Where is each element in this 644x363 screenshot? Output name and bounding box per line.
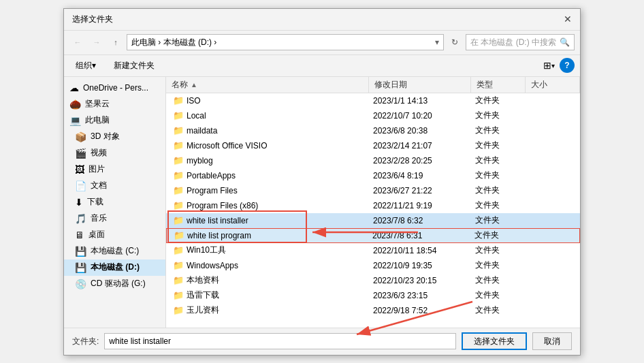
cancel-button[interactable]: 取消	[532, 332, 572, 350]
folder-icon: 📁	[173, 290, 184, 300]
onedrive-icon: ☁	[69, 82, 79, 93]
file-date-cell: 2023/7/8 6:31	[367, 231, 469, 240]
file-type-cell: 文件夹	[470, 200, 524, 211]
file-name: Win10工具	[187, 244, 226, 256]
new-folder-button[interactable]: 新建文件夹	[108, 57, 161, 74]
sidebar-item-thispc[interactable]: 💻 此电脑	[64, 112, 165, 129]
up-button[interactable]: ↑	[108, 34, 124, 50]
toolbar: 组织▾ 新建文件夹 ⊞ ▾ ?	[64, 55, 580, 77]
col-header-name[interactable]: 名称 ▲	[166, 77, 369, 93]
file-name: Program Files (x86)	[187, 201, 258, 210]
sidebar-item-disk-c[interactable]: 💾 本地磁盘 (C:)	[64, 243, 165, 259]
file-list: 📁ISO2023/1/1 14:13文件夹📁Local2022/10/7 10:…	[166, 93, 580, 328]
sidebar-item-music[interactable]: 🎵 音乐	[64, 210, 165, 227]
file-date-cell: 2023/6/4 8:19	[368, 171, 470, 180]
table-row[interactable]: 📁Local2022/10/7 10:20文件夹	[166, 108, 580, 123]
organize-button[interactable]: 组织▾	[69, 57, 102, 74]
file-name: Local	[187, 111, 206, 121]
col-type-label: 类型	[477, 79, 493, 91]
download-icon: ⬇	[75, 197, 83, 208]
thispc-icon: 💻	[69, 115, 81, 126]
address-input[interactable]: 此电脑 › 本地磁盘 (D:) › ▾	[127, 34, 444, 50]
search-box[interactable]: 在 本地磁盘 (D:) 中搜索 🔍	[466, 34, 575, 50]
sidebar-label-jianguoyun: 坚果云	[85, 98, 160, 110]
table-row[interactable]: 📁Program Files2023/6/27 21:22文件夹	[166, 183, 580, 198]
file-type-cell: 文件夹	[470, 289, 524, 301]
sidebar-item-onedrive[interactable]: ☁ OneDrive - Pers...	[64, 80, 165, 96]
file-name: maildata	[187, 126, 217, 136]
file-name-cell: 📁myblog	[167, 155, 368, 165]
new-folder-label: 新建文件夹	[114, 60, 155, 72]
table-row[interactable]: 📁PortableApps2023/6/4 8:19文件夹	[166, 168, 580, 183]
back-button[interactable]: ←	[69, 34, 86, 50]
3d-icon: 📦	[75, 131, 86, 142]
folder-icon: 📁	[173, 185, 184, 195]
file-name: Program Files	[187, 186, 238, 195]
table-row[interactable]: 📁Program Files (x86)2022/11/21 9:19文件夹	[166, 198, 580, 213]
sidebar-item-3d[interactable]: 📦 3D 对象	[64, 129, 165, 145]
disk-g-icon: 💿	[75, 279, 86, 289]
col-header-type[interactable]: 类型	[471, 77, 526, 93]
sidebar-item-disk-g[interactable]: 💿 CD 驱动器 (G:)	[64, 276, 165, 292]
table-row[interactable]: 📁ISO2023/1/1 14:13文件夹	[166, 93, 580, 108]
folder-label: 文件夹:	[72, 336, 99, 347]
sidebar-item-download[interactable]: ⬇ 下载	[64, 194, 165, 210]
table-row[interactable]: 📁white list installer2023/7/8 6:32文件夹	[166, 213, 580, 228]
dialog: 选择文件夹 ✕ ← → ↑ 此电脑 › 本地磁盘 (D:) › ▾ ↻ 在 本地…	[63, 8, 581, 356]
sidebar-label-desktop: 桌面	[88, 229, 160, 240]
refresh-button[interactable]: ↻	[447, 34, 463, 50]
document-icon: 📄	[75, 180, 86, 191]
table-row[interactable]: 📁玉儿资料2022/9/18 7:52文件夹	[166, 303, 580, 318]
file-type-cell: 文件夹	[470, 215, 524, 226]
help-button[interactable]: ?	[560, 58, 575, 73]
table-row[interactable]: 📁white list program2023/7/8 6:31文件夹	[166, 228, 580, 243]
title-bar: 选择文件夹 ✕	[64, 9, 580, 31]
close-button[interactable]: ✕	[561, 12, 575, 26]
file-name: ISO	[187, 96, 201, 106]
col-header-date[interactable]: 修改日期	[369, 77, 471, 93]
file-type-cell: 文件夹	[470, 274, 524, 286]
view-button[interactable]: ⊞ ▾	[541, 57, 557, 74]
file-date-cell: 2022/10/9 19:35	[368, 261, 470, 270]
music-icon: 🎵	[75, 213, 86, 224]
col-header-size[interactable]: 大小	[526, 77, 580, 93]
toolbar-right: ⊞ ▾ ?	[541, 57, 575, 74]
table-row[interactable]: 📁Microsoft Office VISIO2023/2/14 21:07文件…	[166, 138, 580, 153]
sidebar: ☁ OneDrive - Pers... 🌰 坚果云 💻 此电脑 📦 3D 对象…	[64, 77, 166, 328]
file-date-cell: 2023/1/1 14:13	[368, 96, 470, 106]
file-type-cell: 文件夹	[470, 155, 524, 166]
view-icon: ⊞	[543, 60, 551, 71]
file-date-cell: 2023/7/8 6:32	[368, 216, 470, 225]
sidebar-item-video[interactable]: 🎬 视频	[64, 145, 165, 161]
file-type-cell: 文件夹	[470, 125, 524, 136]
folder-icon: 📁	[174, 230, 184, 240]
folder-input[interactable]	[104, 333, 456, 349]
table-row[interactable]: 📁本地资料2022/10/23 20:15文件夹	[166, 273, 580, 288]
col-name-label: 名称	[172, 79, 188, 91]
file-name: 本地资料	[187, 274, 219, 286]
file-name: myblog	[187, 156, 213, 165]
file-type-cell: 文件夹	[470, 140, 524, 151]
select-folder-button[interactable]: 选择文件夹	[462, 332, 527, 350]
search-icon[interactable]: 🔍	[560, 37, 570, 47]
file-name-cell: 📁玉儿资料	[167, 304, 368, 316]
folder-icon: 📁	[173, 245, 184, 255]
table-row[interactable]: 📁WindowsApps2022/10/9 19:35文件夹	[166, 258, 580, 273]
file-name: 玉儿资料	[187, 304, 219, 316]
table-row[interactable]: 📁Win10工具2022/10/11 18:54文件夹	[166, 243, 580, 258]
folder-icon: 📁	[173, 170, 184, 180]
sidebar-item-disk-d[interactable]: 💾 本地磁盘 (D:)	[64, 259, 165, 276]
forward-button[interactable]: →	[88, 34, 105, 50]
file-name: WindowsApps	[187, 261, 238, 270]
table-row[interactable]: 📁maildata2023/6/8 20:38文件夹	[166, 123, 580, 138]
sidebar-item-jianguoyun[interactable]: 🌰 坚果云	[64, 96, 165, 112]
sidebar-label-download: 下载	[87, 196, 160, 208]
sidebar-item-desktop[interactable]: 🖥 桌面	[64, 227, 165, 243]
file-date-cell: 2022/10/7 10:20	[368, 111, 470, 121]
table-row[interactable]: 📁myblog2023/2/28 20:25文件夹	[166, 153, 580, 168]
sidebar-item-document[interactable]: 📄 文档	[64, 178, 165, 194]
table-row[interactable]: 📁迅雷下载2023/6/3 23:15文件夹	[166, 288, 580, 303]
file-type-cell: 文件夹	[470, 95, 524, 106]
sidebar-item-picture[interactable]: 🖼 图片	[64, 161, 165, 178]
file-list-header: 名称 ▲ 修改日期 类型 大小	[166, 77, 580, 93]
